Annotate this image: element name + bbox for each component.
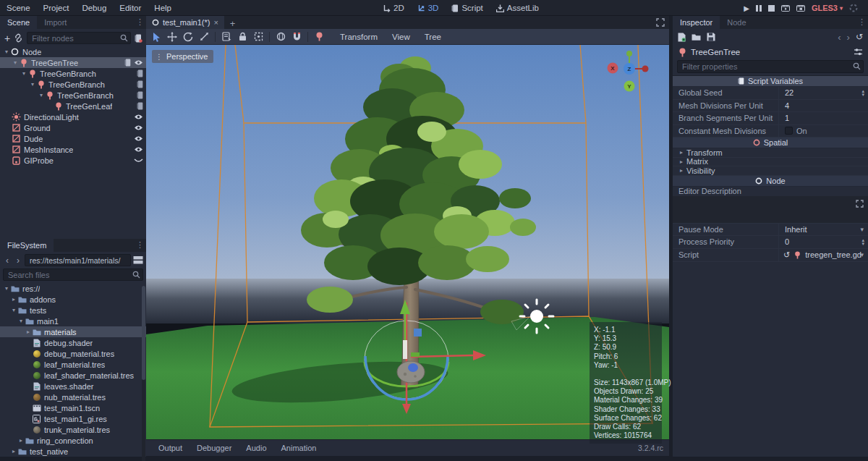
- fs-item-addons[interactable]: ▸ addons: [0, 294, 146, 305]
- nav-forward-icon[interactable]: ›: [14, 255, 22, 266]
- group-button[interactable]: [251, 30, 265, 43]
- workspace-3d[interactable]: 3D: [412, 4, 444, 12]
- eye-open-icon[interactable]: [134, 59, 143, 66]
- group-transform[interactable]: ▸Transform: [673, 148, 868, 158]
- fs-item-leaf-material[interactable]: leaf_material.tres: [0, 359, 146, 370]
- menu-help[interactable]: Help: [148, 4, 178, 12]
- script-badge-icon[interactable]: [137, 69, 143, 77]
- treegen-plugin-button[interactable]: [312, 30, 326, 43]
- history-forward-icon[interactable]: ›: [847, 32, 850, 43]
- spinner-arrows-icon[interactable]: ▴▾: [861, 89, 864, 96]
- new-resource-icon[interactable]: [678, 33, 686, 42]
- save-resource-icon[interactable]: [707, 33, 715, 41]
- spinner-arrows-icon[interactable]: ▴▾: [861, 238, 864, 245]
- fs-item-test-main1-tscn[interactable]: test_main1.tscn: [0, 402, 146, 413]
- workspace-2d[interactable]: 2D: [378, 4, 409, 12]
- fs-item-leaves-shader[interactable]: leaves.shader: [0, 381, 146, 392]
- dock-menu-icon[interactable]: ⋮: [858, 17, 866, 27]
- audio-panel-button[interactable]: Audio: [239, 442, 273, 454]
- menu-scene[interactable]: Scene: [0, 4, 37, 12]
- scrollbar[interactable]: [142, 286, 145, 461]
- tab-scene[interactable]: Scene: [0, 16, 37, 29]
- scene-node-dude[interactable]: Dude: [0, 133, 146, 144]
- fs-item-leaf-shader-material[interactable]: leaf_shader_material.tres: [0, 370, 146, 381]
- fs-item-tests[interactable]: ▾ tests: [0, 305, 146, 316]
- load-resource-icon[interactable]: [692, 33, 701, 41]
- add-node-button[interactable]: +: [4, 35, 10, 42]
- object-history-icon[interactable]: ↺: [856, 32, 863, 42]
- category-spatial[interactable]: Spatial: [673, 138, 868, 148]
- output-panel-button[interactable]: Output: [152, 442, 189, 454]
- script-badge-icon[interactable]: [124, 59, 131, 67]
- eye-open-icon[interactable]: [134, 146, 143, 153]
- process-priority-field[interactable]: 0▴▾: [778, 236, 868, 248]
- scene-node-treegenbranch-3[interactable]: ▾ TreeGenBranch: [0, 90, 146, 101]
- fs-item-main1[interactable]: ▾ main1: [0, 316, 146, 326]
- play-custom-scene-button[interactable]: [796, 4, 805, 12]
- script-badge-icon[interactable]: [137, 91, 143, 99]
- workspace-script[interactable]: Script: [446, 4, 488, 12]
- fs-item-test-main1-gi-res[interactable]: test_main1_gi.res: [0, 413, 146, 424]
- search-files-input[interactable]: [3, 268, 143, 281]
- scene-node-treegenbranch-2[interactable]: ▾ TreeGenBranch: [0, 79, 146, 90]
- menu-editor[interactable]: Editor: [113, 4, 148, 12]
- dock-menu-icon[interactable]: ⋮: [136, 17, 144, 27]
- scene-node-directionallight[interactable]: DirectionalLight: [0, 111, 146, 122]
- close-icon[interactable]: ×: [213, 18, 218, 27]
- filter-properties-input[interactable]: [677, 60, 864, 73]
- scene-node-root[interactable]: ▾ Node: [0, 46, 146, 57]
- local-space-button[interactable]: [273, 30, 288, 43]
- filter-nodes-input[interactable]: [27, 32, 131, 44]
- eye-closed-icon[interactable]: [134, 158, 143, 164]
- editor-description-field[interactable]: [673, 196, 868, 224]
- split-view-icon[interactable]: [133, 255, 143, 265]
- expand-icon[interactable]: [856, 200, 864, 208]
- mesh-divisions-field[interactable]: 4: [778, 100, 868, 112]
- eye-open-icon[interactable]: [134, 124, 143, 131]
- script-assignment[interactable]: ↺ treegen_tree.gd ▾: [778, 249, 868, 261]
- fs-item-ring-connection[interactable]: ▸ ring_connection: [0, 435, 146, 446]
- workspace-assetlib[interactable]: AssetLib: [491, 4, 544, 12]
- debugger-panel-button[interactable]: Debugger: [190, 442, 238, 454]
- eye-open-icon[interactable]: [134, 135, 143, 142]
- branch-segments-field[interactable]: 1: [778, 112, 868, 124]
- pause-mode-dropdown[interactable]: Inherit▾: [778, 224, 868, 236]
- fs-item-debug-shader[interactable]: debug.shader: [0, 337, 146, 348]
- rotate-tool-button[interactable]: [181, 30, 195, 43]
- lock-button[interactable]: [235, 30, 250, 43]
- current-path-field[interactable]: [25, 254, 131, 266]
- scene-node-treegenbranch-1[interactable]: ▾ TreeGenBranch: [0, 68, 146, 79]
- dock-menu-icon[interactable]: ⋮: [136, 240, 144, 250]
- move-tool-button[interactable]: [165, 30, 179, 43]
- nav-back-icon[interactable]: ‹: [3, 255, 12, 266]
- tab-node[interactable]: Node: [720, 16, 753, 29]
- scene-node-ground[interactable]: Ground: [0, 122, 146, 133]
- scene-node-treegentree[interactable]: ▾ TreeGenTree: [0, 57, 146, 68]
- extra-options-icon[interactable]: [854, 48, 863, 56]
- fs-item-test-native[interactable]: ▸ test_native: [0, 446, 146, 457]
- history-back-icon[interactable]: ‹: [838, 32, 841, 43]
- fs-item-trunk-material[interactable]: trunk_material.tres: [0, 424, 146, 435]
- select-tool-button[interactable]: [149, 30, 163, 43]
- scene-node-meshinstance[interactable]: MeshInstance: [0, 144, 146, 155]
- group-matrix[interactable]: ▸Matrix: [673, 158, 868, 167]
- distraction-free-icon[interactable]: [656, 18, 665, 27]
- eye-open-icon[interactable]: [134, 114, 143, 120]
- scale-tool-button[interactable]: [197, 30, 211, 43]
- fs-item-materials[interactable]: ▸ materials: [0, 326, 146, 337]
- tree-menu[interactable]: Tree: [418, 33, 448, 41]
- menu-debug[interactable]: Debug: [75, 4, 113, 12]
- animation-panel-button[interactable]: Animation: [275, 442, 323, 454]
- list-select-button[interactable]: [219, 30, 234, 43]
- tab-inspector[interactable]: Inspector: [673, 16, 720, 29]
- pause-button[interactable]: [756, 5, 762, 12]
- transform-menu[interactable]: Transform: [333, 33, 384, 41]
- view-menu[interactable]: View: [386, 33, 417, 41]
- scene-node-treegenleaf[interactable]: TreeGenLeaf: [0, 101, 146, 111]
- tab-import[interactable]: Import: [37, 16, 74, 29]
- fs-item-debug-material[interactable]: debug_material.tres: [0, 348, 146, 359]
- script-badge-icon[interactable]: [137, 80, 143, 88]
- play-scene-button[interactable]: [781, 4, 790, 12]
- category-node[interactable]: Node: [673, 176, 868, 187]
- play-button[interactable]: ▶: [744, 4, 749, 12]
